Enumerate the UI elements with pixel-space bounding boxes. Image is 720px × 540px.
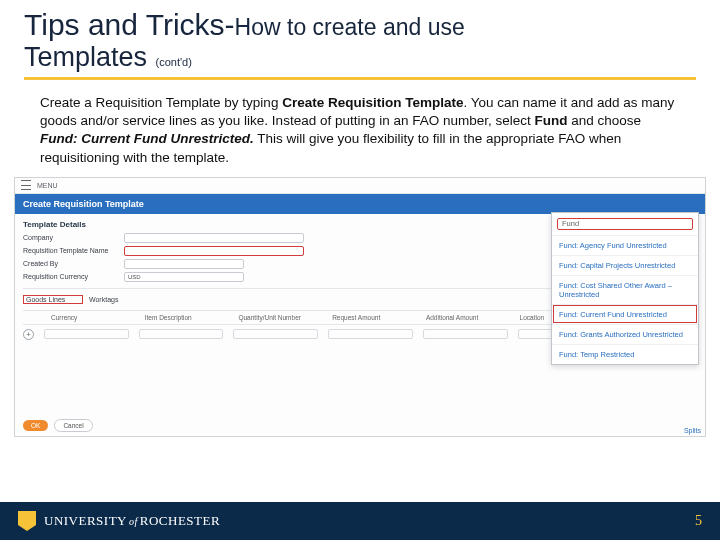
hamburger-icon[interactable]	[21, 180, 31, 190]
col-currency: Currency	[51, 314, 135, 321]
shield-icon	[18, 511, 36, 531]
dropdown-item[interactable]: Fund: Temp Restricted	[552, 344, 698, 364]
mock-header-bar: Create Requisition Template	[15, 194, 705, 214]
mock-footer-buttons: OK Cancel	[23, 419, 93, 432]
body-bold-italic: Fund: Current Fund Unrestricted.	[40, 131, 254, 146]
tab-goods-lines[interactable]: Goods Lines	[23, 295, 83, 304]
body-paragraph: Create a Requisition Template by typing …	[0, 80, 720, 167]
label-req-template-name: Requisition Template Name	[23, 247, 118, 254]
dropdown-search[interactable]: Fund	[557, 218, 693, 230]
page-number: 5	[695, 513, 702, 529]
col-item-description: Item Description	[145, 314, 229, 321]
body-text: Create a Requisition Template by typing	[40, 95, 282, 110]
footer-univ-pre: UNIVERSITY	[44, 513, 127, 528]
footer-univ-of: of	[129, 516, 138, 527]
title-suffix: How to create and use	[235, 14, 465, 40]
label-company: Company	[23, 234, 118, 241]
ok-button[interactable]: OK	[23, 420, 48, 431]
mock-menu-label: MENU	[37, 182, 58, 189]
cell-input[interactable]	[44, 329, 129, 339]
col-0	[23, 314, 41, 321]
fund-dropdown: Fund Fund: Agency Fund Unrestricted Fund…	[551, 212, 699, 365]
university-logo: UNIVERSITYofROCHESTER	[18, 511, 220, 531]
slide-title: Tips and Tricks-How to create and use Te…	[0, 0, 720, 73]
dropdown-item[interactable]: Fund: Grants Authorized Unrestricted	[552, 324, 698, 344]
cancel-button[interactable]: Cancel	[54, 419, 92, 432]
label-created-by: Created By	[23, 260, 118, 267]
title-prefix: Tips and Tricks-	[24, 8, 235, 41]
add-row-icon[interactable]: +	[23, 329, 34, 340]
title-contd: (cont'd)	[156, 56, 192, 68]
splits-link[interactable]: Splits	[684, 427, 701, 434]
col-request-amount: Request Amount	[332, 314, 416, 321]
mock-header-title: Create Requisition Template	[23, 199, 144, 209]
slide-footer: UNIVERSITYofROCHESTER 5	[0, 502, 720, 540]
dropdown-search-text: Fund	[562, 219, 579, 228]
dropdown-item[interactable]: Fund: Cost Shared Other Award – Unrestri…	[552, 275, 698, 304]
dropdown-item[interactable]: Fund: Capital Projects Unrestricted	[552, 255, 698, 275]
field-req-template-name[interactable]	[124, 246, 304, 256]
col-quantity: Quantity/Unit Number	[238, 314, 322, 321]
tab-worktags[interactable]: Worktags	[89, 296, 139, 303]
dropdown-item[interactable]: Fund: Agency Fund Unrestricted	[552, 235, 698, 255]
label-req-currency: Requisition Currency	[23, 273, 118, 280]
body-text: and choose	[568, 113, 642, 128]
title-line2: Templates	[24, 42, 147, 72]
mock-topbar: MENU	[15, 178, 705, 194]
cell-input[interactable]	[423, 329, 508, 339]
screenshot-mock: MENU Create Requisition Template Templat…	[14, 177, 706, 437]
footer-univ-post: ROCHESTER	[140, 513, 220, 528]
body-bold-1: Create Requisition Template	[282, 95, 463, 110]
col-additional-amount: Additional Amount	[426, 314, 510, 321]
field-req-currency[interactable]: USD	[124, 272, 244, 282]
field-company[interactable]	[124, 233, 304, 243]
cell-input[interactable]	[139, 329, 224, 339]
body-bold-2: Fund	[535, 113, 568, 128]
dropdown-item-selected[interactable]: Fund: Current Fund Unrestricted	[552, 304, 698, 324]
cell-input[interactable]	[328, 329, 413, 339]
field-created-by[interactable]	[124, 259, 244, 269]
cell-input[interactable]	[233, 329, 318, 339]
